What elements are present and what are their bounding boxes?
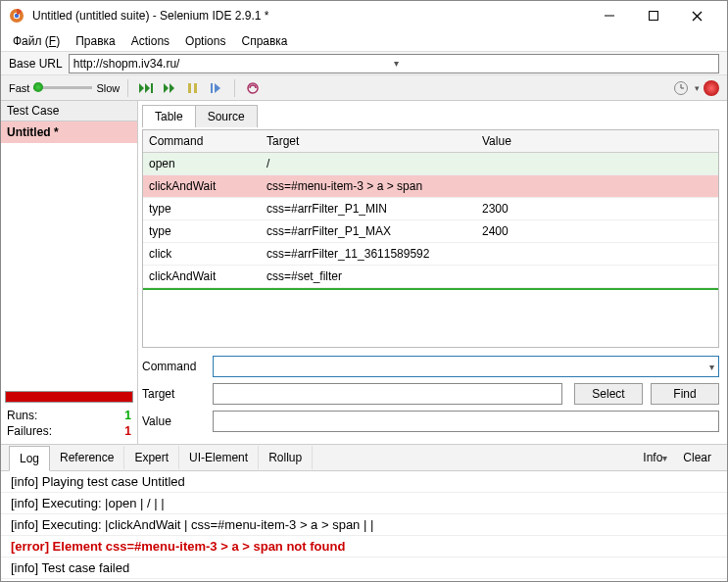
command-table-header: Command Target Value (143, 130, 718, 153)
menu-actions[interactable]: Actions (125, 32, 175, 50)
bottom-tabs: Log Reference Expert UI-Element Rollup I… (1, 445, 727, 471)
scheduler-dropdown[interactable]: ▾ (695, 83, 700, 93)
rollup-button[interactable] (243, 78, 263, 98)
target-field-input[interactable] (213, 383, 562, 405)
progress-bar (5, 391, 133, 403)
app-icon (9, 8, 24, 24)
close-button[interactable] (675, 1, 719, 30)
value-field-input[interactable] (213, 411, 719, 432)
command-row[interactable]: typecss=#arrFilter_P1_MIN2300 (143, 198, 718, 220)
chevron-down-icon[interactable]: ▾ (709, 362, 714, 372)
target-cell: css=#set_filter (261, 266, 476, 287)
cmd-cell: open (143, 153, 261, 174)
maximize-button[interactable] (631, 1, 675, 30)
speed-slow-label: Slow (96, 82, 120, 94)
bottom-pane: Log Reference Expert UI-Element Rollup I… (1, 444, 727, 582)
menu-options[interactable]: Options (179, 32, 231, 50)
cmd-cell: clickAndWait (143, 266, 261, 287)
play-test-button[interactable] (160, 78, 179, 98)
command-table: Command Target Value open/clickAndWaitcs… (142, 129, 719, 348)
testcase-item[interactable]: Untitled * (1, 121, 137, 143)
toolbar: Fast Slow ▾ (1, 75, 727, 101)
log-line: [info] Test case failed (1, 558, 727, 579)
chevron-down-icon[interactable]: ▾ (394, 58, 714, 69)
runs-value: 1 (124, 409, 131, 422)
value-cell (476, 243, 718, 265)
testcase-header: Test Case (1, 101, 137, 121)
tab-reference[interactable]: Reference (50, 446, 124, 469)
target-cell: css=#arrFilter_11_3611589592 (261, 243, 476, 265)
left-pane: Test Case Untitled * Runs: 1 Failures: 1 (1, 101, 138, 444)
tab-ui-element[interactable]: UI-Element (179, 446, 259, 469)
command-row[interactable]: open/ (143, 153, 718, 175)
tab-expert[interactable]: Expert (124, 446, 179, 469)
svg-rect-7 (151, 83, 153, 93)
log-line: [error] Element css=#menu-item-3 > a > s… (1, 536, 727, 558)
minimize-button[interactable] (587, 1, 631, 30)
command-row[interactable]: typecss=#arrFilter_P1_MAX2400 (143, 220, 718, 243)
titlebar: Untitled (untitled suite) - Selenium IDE… (1, 1, 727, 30)
cmd-cell: type (143, 220, 261, 242)
right-pane: Table Source Command Target Value open/c… (138, 101, 727, 444)
value-cell: 2400 (476, 220, 718, 242)
stats: Runs: 1 Failures: 1 (1, 405, 137, 444)
field-area: Command ▾ Target Select Find Value (142, 356, 719, 444)
value-field-label: Value (142, 414, 205, 428)
failures-label: Failures: (7, 424, 52, 438)
clear-log-button[interactable]: Clear (675, 446, 719, 469)
value-cell (476, 266, 718, 287)
command-row[interactable]: clickcss=#arrFilter_11_3611589592 (143, 243, 718, 266)
base-url-row: Base URL http://shopm.iv34.ru/ ▾ (1, 52, 727, 75)
command-row[interactable]: clickAndWaitcss=#menu-item-3 > a > span (143, 175, 718, 198)
speed-slider[interactable] (33, 86, 92, 89)
value-cell (476, 175, 718, 197)
svg-rect-10 (211, 83, 213, 93)
window-title: Untitled (untitled suite) - Selenium IDE… (32, 9, 587, 23)
menu-help[interactable]: Справка (235, 32, 293, 50)
target-field-label: Target (142, 387, 205, 401)
find-button[interactable]: Find (651, 383, 719, 405)
main-area: Test Case Untitled * Runs: 1 Failures: 1… (1, 101, 727, 444)
pause-button[interactable] (183, 78, 203, 98)
col-command: Command (143, 130, 261, 152)
base-url-value: http://shopm.iv34.ru/ (73, 57, 394, 71)
svg-rect-9 (194, 83, 197, 93)
base-url-input[interactable]: http://shopm.iv34.ru/ ▾ (69, 54, 719, 73)
tab-table[interactable]: Table (142, 105, 196, 127)
target-cell: css=#menu-item-3 > a > span (261, 175, 476, 197)
tab-rollup[interactable]: Rollup (259, 446, 313, 469)
editor-tabs: Table Source (142, 105, 719, 127)
base-url-label: Base URL (9, 57, 63, 71)
svg-rect-4 (649, 12, 657, 21)
log-line: [info] Executing: |clickAndWait | css=#m… (1, 514, 727, 536)
target-cell: / (261, 153, 476, 174)
svg-rect-8 (188, 83, 191, 93)
record-button[interactable] (704, 80, 719, 96)
testcase-list: Untitled * (1, 121, 137, 389)
target-cell: css=#arrFilter_P1_MAX (261, 220, 476, 242)
step-button[interactable] (207, 78, 226, 98)
insert-line (143, 288, 718, 290)
col-value: Value (476, 130, 718, 152)
log-line: [info] Executing: |open | / | | (1, 493, 727, 514)
menu-edit[interactable]: Правка (70, 32, 121, 50)
tab-source[interactable]: Source (195, 105, 258, 127)
cmd-cell: type (143, 198, 261, 219)
col-target: Target (261, 130, 476, 152)
speed-fast-label: Fast (9, 82, 29, 94)
log-body: [info] Playing test case Untitled[info] … (1, 471, 727, 582)
runs-label: Runs: (7, 409, 37, 422)
command-field-input[interactable]: ▾ (213, 356, 719, 377)
menu-file[interactable]: Файл (F) (7, 32, 66, 50)
log-level-dropdown[interactable]: Info▾ (635, 446, 675, 469)
value-cell: 2300 (476, 198, 718, 219)
play-suite-button[interactable] (136, 78, 156, 98)
command-row[interactable]: clickAndWaitcss=#set_filter (143, 266, 718, 288)
value-cell (476, 153, 718, 174)
cmd-cell: clickAndWait (143, 175, 261, 197)
tab-log[interactable]: Log (9, 446, 50, 471)
scheduler-button[interactable] (671, 78, 691, 98)
command-field-label: Command (142, 360, 205, 373)
select-button[interactable]: Select (574, 383, 643, 405)
cmd-cell: click (143, 243, 261, 265)
